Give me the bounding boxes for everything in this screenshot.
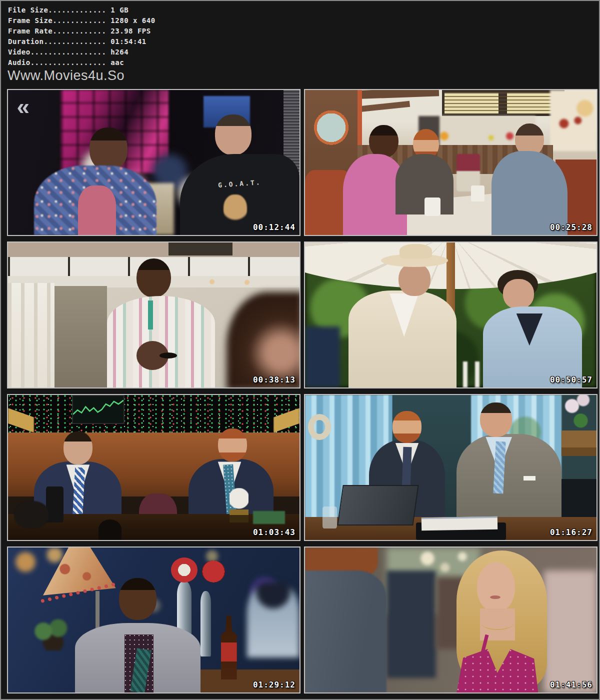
info-audio: Audio................. aac <box>8 58 156 68</box>
info-file-size: File Size............. 1 GB <box>8 5 156 16</box>
screenshot-3-lobby: 00:38:13 <box>7 242 300 388</box>
scene-art-patio <box>305 242 596 388</box>
stock-ticker-board <box>8 395 300 432</box>
timestamp-overlay: 00:12:44 <box>253 222 296 232</box>
blurred-patron <box>247 582 300 658</box>
timestamp-overlay: 01:03:43 <box>253 528 296 537</box>
scene-art-nightclub: « G.O.A.T. <box>8 90 300 235</box>
info-frame-size: Frame Size............ 1280 x 640 <box>8 16 156 26</box>
coffee-cup <box>98 520 122 540</box>
cowboy-hat-crown <box>400 244 432 258</box>
potted-plant <box>28 618 78 650</box>
screenshot-5-trading-office: 01:03:43 <box>7 394 300 541</box>
left-man-pink-tee <box>78 186 116 235</box>
stock-chart-line <box>73 396 124 423</box>
coffee-mug <box>424 198 440 216</box>
blurred-guest-pink <box>544 570 596 692</box>
blurred-guest-navy <box>386 570 436 678</box>
bull-statue <box>14 501 49 528</box>
left-man-head <box>398 263 430 296</box>
beer-badge-2 <box>202 560 226 582</box>
screenshot-8-party: 01:41:56 <box>304 546 598 694</box>
stock-chart-monitor <box>72 395 124 424</box>
dark-opening <box>168 242 232 256</box>
screenshot-7-night-bar: 01:29:12 <box>7 546 300 694</box>
right-man-head <box>503 279 534 310</box>
left-man-head <box>392 411 422 443</box>
screenshot-4-patio: 00:50:57 <box>304 242 598 388</box>
bracelet <box>160 352 177 358</box>
report-paper <box>422 516 498 530</box>
left-man-head <box>64 432 92 465</box>
right-man-gray-suit <box>456 434 562 530</box>
scene-art-lobby <box>8 242 300 388</box>
timestamp-overlay: 01:16:27 <box>550 528 592 537</box>
right-man-head <box>215 114 252 155</box>
timestamp-overlay: 00:38:13 <box>253 375 296 384</box>
water-glass <box>322 506 337 528</box>
ring-sculpture <box>308 414 332 440</box>
green-lanyard <box>148 300 153 330</box>
left-man-tie <box>402 447 412 491</box>
man-head <box>136 258 172 298</box>
gold-necklace <box>482 617 514 630</box>
media-info-block: File Size............. 1 GB Frame Size..… <box>8 5 156 68</box>
timestamp-overlay: 00:25:28 <box>550 222 592 232</box>
right-man-head <box>218 428 247 462</box>
left-man-head <box>90 128 128 171</box>
scene-art-diner <box>305 90 596 235</box>
laptop <box>337 485 418 526</box>
foreground-man-back <box>305 570 386 692</box>
pocket-square <box>524 476 535 480</box>
info-duration: Duration.............. 01:54:41 <box>8 36 156 47</box>
scene-art-party <box>305 548 596 692</box>
timestamp-overlay: 01:41:56 <box>550 680 592 690</box>
beer-tap-2 <box>200 591 211 656</box>
white-panel-wall <box>8 283 54 388</box>
scene-art-bar <box>8 548 300 692</box>
site-watermark: Www.Movies4u.So <box>8 68 124 84</box>
blurred-guest <box>305 326 340 388</box>
green-folder <box>253 511 285 524</box>
wall-chevron-logo: « <box>16 93 30 120</box>
man-head <box>119 578 157 620</box>
screenshot-6-meeting-room: 01:16:27 <box>304 394 598 541</box>
timestamp-overlay: 00:50:57 <box>550 375 592 384</box>
left-man-head <box>369 125 398 158</box>
timestamp-overlay: 01:29:12 <box>253 680 296 690</box>
street-window <box>550 90 596 151</box>
goat-shirt-graphic <box>224 194 247 224</box>
doorway <box>54 286 107 388</box>
menu-boards <box>442 90 564 116</box>
woman-lips <box>490 596 500 599</box>
movie-screenshot-sheet: { "page": { "background": "#161616", "ou… <box>0 0 600 700</box>
screenshot-2-diner: 00:25:28 <box>304 89 598 236</box>
screenshot-1-nightclub: « G.O.A.T. 00:12:44 <box>7 89 300 236</box>
scene-art-trading <box>8 395 300 540</box>
info-video: Video................. h264 <box>8 47 156 58</box>
coffee-mug-2 <box>471 186 484 202</box>
info-frame-rate: Frame Rate............ 23.98 FPS <box>8 26 156 36</box>
pastel-striped-shirt <box>107 296 215 388</box>
scene-art-meeting <box>305 395 596 540</box>
beer-badge <box>171 558 197 582</box>
dark-monitor <box>562 479 596 522</box>
baseball-trophy <box>230 488 248 523</box>
woman-face <box>477 562 515 612</box>
right-man-head <box>480 402 512 438</box>
orchid-plant <box>562 395 596 456</box>
